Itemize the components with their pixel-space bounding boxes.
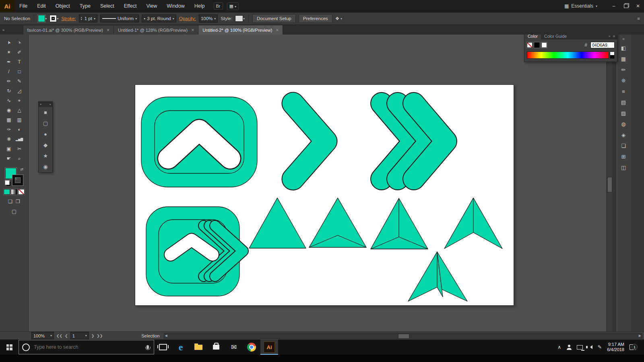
blend-tool[interactable]: ◐ [14,125,25,134]
fill-color-swatch[interactable]: ▾ [38,15,47,22]
control-panel-menu-icon[interactable]: ≡ [637,16,640,21]
arrange-documents-icon[interactable]: ▦ ▾ [227,2,239,10]
menu-object[interactable]: Object [51,0,75,12]
close-tab-icon[interactable]: × [107,27,109,33]
menu-window[interactable]: Window [162,0,189,12]
tab-untitled-2[interactable]: Untitled-2* @ 100% (RGB/Preview) × [198,25,283,35]
transparency-panel-icon[interactable]: ▨ [616,108,631,119]
file-explorer-button[interactable] [190,339,207,355]
ellipse-tool-icon[interactable]: ● [39,129,52,140]
close-panel-icon[interactable]: × [49,103,51,106]
gradient-tool[interactable]: ▥ [14,115,25,125]
lasso-tool[interactable]: ✐ [14,47,25,57]
zoom-dropdown[interactable]: 100% ▾ [31,332,54,340]
illustrator-button[interactable]: Ai [260,339,278,355]
people-icon[interactable] [566,345,572,350]
draw-normal-icon[interactable]: ❏ [8,199,12,204]
pencil-tool[interactable]: ✎ [14,76,25,86]
collapse-dock-icon[interactable]: « [616,35,631,43]
stroke-panel-link[interactable]: Stroke: [61,16,76,21]
stepper-arrows-icon[interactable]: ▴▾ [81,16,82,21]
appearance-panel-icon[interactable]: ◍ [616,119,631,130]
edge-button[interactable]: e [172,339,190,355]
horizontal-scrollbar[interactable]: ◀ ▶ [164,333,642,339]
collapse-tools-icon[interactable]: « [2,28,4,32]
mail-button[interactable]: ✉ [225,339,243,355]
artboard-number-dropdown[interactable]: 1 ▾ [70,332,89,340]
windows-ink-icon[interactable]: ✎ [598,344,602,350]
free-transform-tool[interactable]: ⌖ [14,96,25,105]
search-input[interactable] [33,344,143,350]
rectangle-tool-icon[interactable]: ■ [39,107,52,118]
menu-edit[interactable]: Edit [32,0,51,12]
artboards-panel-icon[interactable]: ⊞ [616,151,631,162]
artwork-chevron-triple[interactable] [382,103,446,179]
close-button[interactable]: ✕ [632,2,644,10]
perspective-grid-tool[interactable]: △ [14,105,25,115]
graphic-styles-panel-icon[interactable]: ◈ [616,130,631,140]
volume-icon[interactable] [588,345,592,349]
previous-artboard-icon[interactable]: ❮ [65,334,68,338]
star-tool-icon[interactable]: ★ [39,150,52,161]
color-panel-icon[interactable]: ◧ [616,43,631,53]
horizontal-scrollbar-thumb[interactable] [398,334,409,339]
menu-help[interactable]: Help [190,0,210,12]
change-screen-mode-icon[interactable]: ▢ [12,208,17,214]
swap-fill-stroke-icon[interactable]: ⇄ [20,167,23,171]
artboard[interactable] [135,84,514,306]
panel-menu-icon[interactable]: ≡ [613,34,615,38]
preferences-button[interactable]: Preferences [299,14,332,23]
scale-tool[interactable]: ◿ [14,86,25,96]
stroke-panel-icon[interactable]: ≡ [616,86,631,97]
minimize-button[interactable]: – [608,2,620,10]
artwork-rounded-icon-stacked[interactable] [146,207,243,296]
brushes-panel-icon[interactable]: ✏ [616,64,631,75]
stroke-weight-stepper[interactable]: ▴▾ 1 pt ▾ [79,14,97,23]
vertical-scrollbar[interactable] [606,35,612,331]
restore-button[interactable] [620,2,632,10]
layers-panel-icon[interactable]: ❏ [616,140,631,151]
artwork-arrow-fold[interactable] [408,252,467,301]
fill-stroke-indicator[interactable]: ⇄ [5,167,23,186]
opacity-dropdown[interactable]: 100% ▾ [199,14,218,23]
network-icon[interactable] [577,345,583,350]
width-tool[interactable]: ∿ [4,96,14,105]
artwork-triangle-fold-2[interactable] [371,198,428,249]
symbol-sprayer-tool[interactable]: ❋ [4,134,14,144]
last-artboard-icon[interactable]: ❯❯ [97,334,103,338]
menu-file[interactable]: File [14,0,32,12]
rectangle-tool[interactable]: □ [14,67,25,76]
tab-untitled-1[interactable]: Untitled-1* @ 128% (RGB/Preview) × [114,25,198,35]
vertical-scrollbar-thumb[interactable] [607,177,612,192]
microphone-icon[interactable] [147,345,149,349]
artboard-tool[interactable]: ▣ [4,144,14,154]
menu-select[interactable]: Select [95,0,119,12]
first-artboard-icon[interactable]: ❮❮ [56,334,62,338]
draw-behind-icon[interactable]: ❐ [16,199,20,204]
magic-wand-tool[interactable]: ✶ [4,47,14,57]
pen-tool[interactable]: ✒ [4,57,14,67]
hand-tool[interactable]: ☛ [4,154,14,163]
mesh-tool[interactable]: ▦ [4,115,14,125]
none-swatch[interactable] [527,42,533,48]
polygon-tool-icon[interactable]: ◆ [39,140,52,150]
column-graph-tool[interactable]: ▂▅▇ [14,134,25,144]
taskbar-clock[interactable]: 9:17 AM 6/4/2018 [607,342,624,352]
scroll-left-icon[interactable]: ◀ [165,334,167,337]
white-swatch[interactable] [541,42,547,48]
default-fill-stroke-icon[interactable] [5,180,10,185]
rounded-rectangle-tool-icon[interactable]: ▢ [39,118,52,129]
document-setup-button[interactable]: Document Setup [252,14,296,23]
close-tab-icon[interactable]: × [276,27,279,33]
shapes-panel-header[interactable]: » × [39,102,52,107]
hex-input[interactable] [590,42,615,48]
paintbrush-tool[interactable]: ✏ [4,76,14,86]
gradient-panel-icon[interactable]: ▤ [616,97,631,108]
artwork-triangle-fold-1[interactable] [309,198,366,247]
color-spectrum-bar[interactable] [527,51,609,59]
artwork-arrowhead-notched[interactable] [444,198,502,249]
width-profile-dropdown[interactable]: Uniform ▾ [100,14,139,23]
scroll-right-icon[interactable]: ▶ [639,334,641,337]
align-options-dropdown[interactable]: ❖ ▾ [335,16,342,21]
store-button[interactable] [207,339,225,355]
